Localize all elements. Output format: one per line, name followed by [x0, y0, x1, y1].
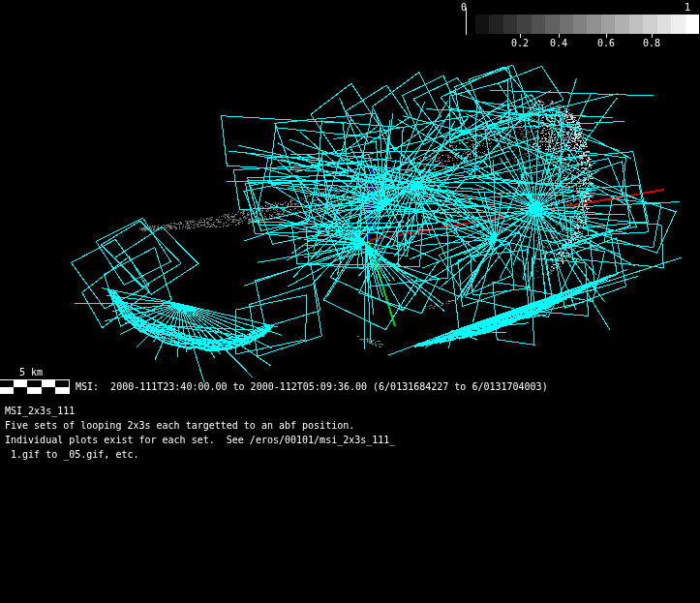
colorbar-tick-label: 0.6 [597, 37, 615, 49]
scale-bar: 5 km [0, 364, 87, 395]
footprint-3d-view [0, 0, 700, 603]
msi-planning-window: 0 1 0.20.40.60.8 5 km MSI: 2000-111T23:4… [0, 0, 700, 603]
scale-bar-checker-cell [27, 387, 41, 394]
slew-line [290, 150, 471, 155]
caption-line: 1.gif to _05.gif, etc. [5, 447, 395, 462]
image-footprint [105, 248, 171, 327]
colorbar: 0 1 0.20.40.60.8 [455, 0, 700, 50]
image-footprint [346, 85, 410, 143]
scale-bar-checker-cell [55, 380, 69, 387]
colorbar-tick-label: 0.8 [643, 37, 660, 49]
pointing-fan-line [418, 239, 496, 286]
colorbar-gradient [475, 15, 699, 34]
colorbar-tick-label: 0.2 [511, 37, 529, 49]
pointing-fan-line [364, 244, 366, 349]
scale-bar-label: 5 km [19, 366, 43, 378]
caption-title: MSI_2x3s_111 [5, 404, 395, 418]
caption-line: Five sets of looping 2x3s each targetted… [5, 418, 395, 433]
scale-bar-checker-cell [27, 380, 41, 387]
colorbar-zero-line [466, 8, 467, 35]
scale-bar-checker-cell [14, 387, 27, 394]
pointing-fan-line [305, 244, 366, 245]
scale-bar-checker [0, 379, 70, 394]
image-footprint [311, 83, 379, 156]
status-bar: MSI: 2000-111T23:40:00.00 to 2000-112T05… [76, 380, 548, 393]
caption-block: MSI_2x3s_111 Five sets of looping 2x3s e… [5, 404, 395, 462]
image-footprint [256, 264, 320, 327]
colorbar-max-label: 1 [685, 1, 690, 14]
scale-bar-checker-cell [42, 380, 55, 387]
colorbar-tick-label: 0.4 [550, 37, 567, 49]
scale-bar-checker-cell [14, 380, 27, 387]
image-footprint [250, 284, 322, 356]
mosaic-band [113, 289, 269, 343]
image-footprint [71, 239, 149, 308]
image-footprint [330, 227, 439, 311]
pointing-fan-line [535, 78, 576, 209]
mosaic-fan-line [388, 331, 453, 355]
scale-bar-checker-cell [0, 380, 14, 387]
scale-bar-checker-cell [42, 387, 55, 394]
pointing-fan-line [513, 209, 535, 265]
scale-bar-checker-cell [0, 387, 14, 394]
scale-bar-checker-cell [55, 387, 69, 394]
caption-line: Individual plots exist for each set. See… [5, 433, 395, 447]
pointing-fan-line [366, 244, 416, 295]
